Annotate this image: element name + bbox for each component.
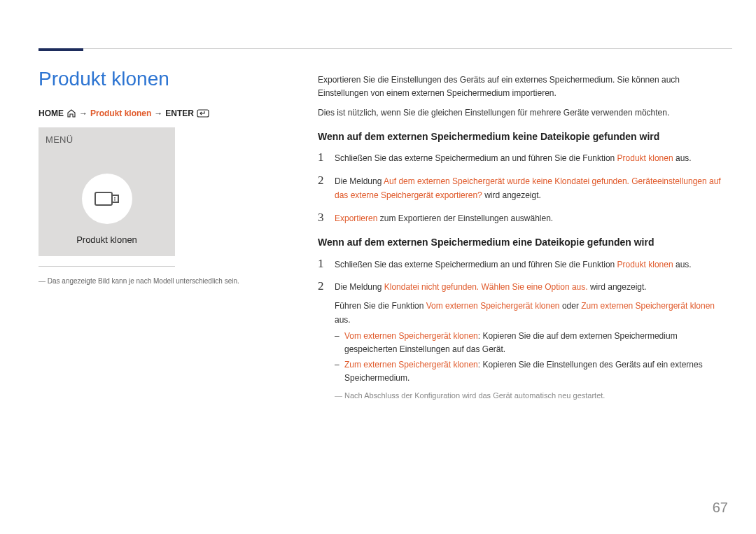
text: aus. xyxy=(673,153,692,163)
section2-step2: 2 Die Meldung Klondatei nicht gefunden. … xyxy=(318,280,727,402)
menu-label: MENÜ xyxy=(46,134,73,145)
svg-rect-2 xyxy=(112,195,118,202)
home-icon xyxy=(66,109,76,118)
section1-heading: Wenn auf dem externen Speichermedium kei… xyxy=(318,129,727,145)
svg-rect-1 xyxy=(95,192,112,205)
breadcrumb-item: Produkt klonen xyxy=(90,108,151,118)
page-title: Produkt klonen xyxy=(38,68,169,90)
svg-rect-3 xyxy=(114,197,115,199)
intro-block: Exportieren Sie die Einstellungen des Ge… xyxy=(318,73,727,120)
page-top-rule xyxy=(38,48,732,49)
step-body: Die Meldung Auf dem externen Speicherger… xyxy=(335,174,727,203)
breadcrumb-arrow-1: → xyxy=(79,108,88,118)
highlight: Zum externen Speichergerät klonen xyxy=(344,360,478,370)
step-number: 1 xyxy=(318,151,326,164)
breadcrumb-home: HOME xyxy=(38,108,64,118)
step-number: 2 xyxy=(318,280,326,293)
sub-line: Führen Sie die Funktion Vom externen Spe… xyxy=(335,299,727,328)
section2-step1: 1 Schließen Sie das externe Speichermedi… xyxy=(318,258,727,272)
bullet-item-2: Zum externen Speichergerät klonen: Kopie… xyxy=(344,358,727,384)
text: oder xyxy=(560,301,582,311)
step-body: Exportieren zum Exportieren der Einstell… xyxy=(335,211,727,225)
section1-step2: 2 Die Meldung Auf dem externen Speicherg… xyxy=(318,174,727,203)
menu-preview-box: MENÜ Produkt klonen xyxy=(38,127,175,256)
highlight: Produkt klonen xyxy=(617,153,673,163)
intro-p1: Exportieren Sie die Einstellungen des Ge… xyxy=(318,73,727,99)
intro-p2: Dies ist nützlich, wenn Sie die gleichen… xyxy=(318,106,727,120)
page-top-rule-accent xyxy=(38,48,83,51)
menu-item-label: Produkt klonen xyxy=(38,234,175,245)
section1-step3: 3 Exportieren zum Exportieren der Einste… xyxy=(318,211,727,225)
highlight: Produkt klonen xyxy=(617,260,673,269)
highlight: Zum externen Speichergerät klonen xyxy=(581,301,715,311)
breadcrumb-enter: ENTER xyxy=(165,108,194,118)
text: Schließen Sie das externe Speichermedium… xyxy=(335,260,617,269)
section2-heading: Wenn auf dem externen Speichermedium ein… xyxy=(318,235,727,251)
breadcrumb: HOME → Produkt klonen → ENTER xyxy=(38,108,209,118)
breadcrumb-arrow-2: → xyxy=(154,108,162,118)
highlight: Vom externen Speichergerät klonen xyxy=(426,301,560,311)
text: aus. xyxy=(673,260,692,269)
usb-icon-circle xyxy=(82,174,132,224)
section1-step1: 1 Schließen Sie das externe Speichermedi… xyxy=(318,151,727,165)
step-body: Schließen Sie das externe Speichermedium… xyxy=(335,151,727,165)
text: Die Meldung xyxy=(335,176,384,186)
step-number: 2 xyxy=(318,174,326,188)
sidebar-note: Das angezeigte Bild kann je nach Modell … xyxy=(38,276,248,286)
text: zum Exportieren der Einstellungen auswäh… xyxy=(377,213,553,223)
svg-rect-4 xyxy=(114,199,115,201)
bullet-list: Vom externen Speichergerät klonen: Kopie… xyxy=(335,330,727,402)
text: Die Meldung xyxy=(335,282,384,292)
text: wird angezeigt. xyxy=(588,282,647,292)
text: aus. xyxy=(335,315,351,325)
text: Führen Sie die Funktion xyxy=(335,301,426,311)
step-body: Schließen Sie das externe Speichermedium… xyxy=(335,258,727,272)
highlight: Klondatei nicht gefunden. Wählen Sie ein… xyxy=(384,282,588,292)
step-number: 3 xyxy=(318,211,326,225)
bullet-item-1: Vom externen Speichergerät klonen: Kopie… xyxy=(344,330,727,356)
footnote: Nach Abschluss der Konfiguration wird da… xyxy=(344,389,727,402)
text: Schließen Sie das externe Speichermedium… xyxy=(335,153,617,163)
text: wird angezeigt. xyxy=(482,190,541,200)
enter-icon xyxy=(197,109,209,118)
page-number: 67 xyxy=(713,500,728,516)
step-body: Die Meldung Klondatei nicht gefunden. Wä… xyxy=(335,280,727,402)
usb-icon xyxy=(93,189,121,209)
step-number: 1 xyxy=(318,258,326,271)
sidebar-divider xyxy=(38,266,175,267)
content-column: Exportieren Sie die Einstellungen des Ge… xyxy=(318,73,727,410)
highlight: Exportieren xyxy=(335,213,377,223)
highlight: Vom externen Speichergerät klonen xyxy=(344,331,478,341)
